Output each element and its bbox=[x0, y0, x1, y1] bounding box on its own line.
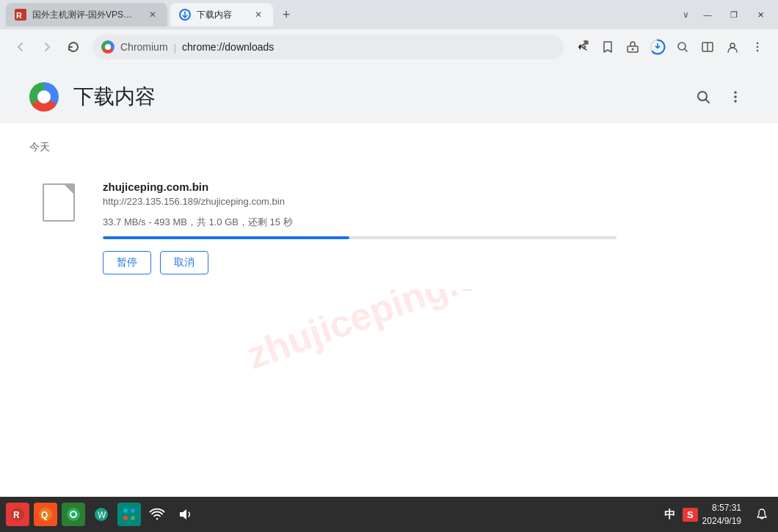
window-controls: — ❐ ✕ bbox=[696, 3, 772, 26]
download-status: 33.7 MB/s - 493 MB，共 1.0 GB，还剩 15 秒 bbox=[103, 216, 734, 229]
taskbar-icon-3[interactable] bbox=[62, 503, 85, 526]
new-tab-button[interactable]: + bbox=[276, 4, 297, 25]
taskbar-icon-1[interactable]: R bbox=[6, 503, 29, 526]
search-nav-button[interactable] bbox=[671, 35, 694, 59]
url-text: chrome://downloads bbox=[182, 41, 555, 53]
close-button[interactable]: ✕ bbox=[749, 3, 772, 26]
svg-point-25 bbox=[71, 512, 76, 517]
extension-button[interactable] bbox=[621, 35, 644, 59]
sogou-input-icon[interactable]: S bbox=[683, 508, 698, 522]
svg-point-13 bbox=[757, 46, 759, 48]
svg-text:R: R bbox=[16, 11, 22, 20]
restore-button[interactable]: ❐ bbox=[722, 3, 746, 26]
nav-toolbar bbox=[571, 35, 769, 59]
reload-button[interactable] bbox=[62, 35, 85, 59]
svg-point-30 bbox=[123, 516, 128, 520]
download-url: http://223.135.156.189/zhujiceping.com.b… bbox=[103, 196, 734, 207]
progress-bar-wrap bbox=[103, 236, 617, 239]
share-button[interactable] bbox=[571, 35, 595, 59]
svg-point-16 bbox=[734, 91, 737, 94]
tab-active-favicon bbox=[179, 9, 191, 21]
clock-time: 8:57:31 bbox=[712, 501, 741, 514]
svg-text:W: W bbox=[98, 510, 106, 520]
tab-active-label: 下载内容 bbox=[197, 9, 247, 21]
tab-inactive-favicon: R bbox=[15, 9, 26, 21]
downloads-logo bbox=[29, 82, 59, 112]
download-actions: 暂停 取消 bbox=[103, 251, 734, 274]
tab-active[interactable]: 下载内容 ✕ bbox=[170, 3, 273, 26]
system-tray: 中 S bbox=[660, 505, 698, 525]
cancel-button[interactable]: 取消 bbox=[160, 251, 208, 274]
tab-active-close[interactable]: ✕ bbox=[252, 9, 264, 21]
title-bar: R 国外主机测评-国外VPS、国... ✕ 下载内容 ✕ + ∨ — ❐ ✕ bbox=[0, 0, 778, 29]
search-downloads-button[interactable] bbox=[690, 84, 716, 110]
download-card: zhujiceping.com.bin http://223.135.156.1… bbox=[29, 166, 749, 289]
tab-inactive-close[interactable]: ✕ bbox=[147, 9, 159, 21]
nav-bar: Chromium | chrome://downloads bbox=[0, 29, 778, 65]
download-filename: zhujiceping.com.bin bbox=[103, 181, 734, 193]
address-bar[interactable]: Chromium | chrome://downloads bbox=[92, 34, 564, 59]
tab-inactive[interactable]: R 国外主机测评-国外VPS、国... ✕ bbox=[6, 3, 167, 26]
download-details: zhujiceping.com.bin http://223.135.156.1… bbox=[103, 181, 734, 274]
profile-button[interactable] bbox=[721, 35, 744, 59]
bookmark-button[interactable] bbox=[596, 35, 619, 59]
input-method-indicator[interactable]: 中 bbox=[660, 505, 680, 525]
taskbar-icon-volume[interactable] bbox=[173, 503, 197, 526]
svg-point-11 bbox=[730, 43, 735, 48]
downloads-header: 下载内容 bbox=[0, 65, 778, 123]
taskbar-icon-6[interactable] bbox=[145, 503, 169, 526]
svg-point-12 bbox=[757, 43, 759, 45]
split-view-button[interactable] bbox=[696, 35, 719, 59]
pause-button[interactable]: 暂停 bbox=[103, 251, 151, 274]
file-icon bbox=[43, 183, 75, 222]
taskbar: R Q W 中 S 8:57:3 bbox=[0, 497, 778, 532]
svg-point-17 bbox=[734, 95, 737, 98]
page-title: 下载内容 bbox=[73, 83, 675, 111]
tab-inactive-label: 国外主机测评-国外VPS、国... bbox=[32, 9, 141, 21]
section-today-label: 今天 bbox=[29, 141, 749, 154]
taskbar-icon-5[interactable] bbox=[117, 503, 141, 526]
downloads-body: zhujiceping.com 今天 zhujiceping.com.bin h… bbox=[0, 123, 778, 497]
svg-point-15 bbox=[698, 92, 707, 101]
back-button[interactable] bbox=[9, 35, 32, 59]
site-icon bbox=[101, 40, 114, 54]
svg-point-5 bbox=[632, 48, 634, 51]
file-icon-wrap bbox=[29, 181, 88, 222]
clock-date: 2024/9/19 bbox=[702, 514, 741, 528]
svg-point-18 bbox=[734, 100, 737, 103]
svg-point-14 bbox=[757, 50, 759, 52]
browser-name-label: Chromium bbox=[120, 41, 168, 53]
svg-text:R: R bbox=[13, 510, 20, 520]
taskbar-clock[interactable]: 8:57:31 2024/9/19 bbox=[702, 501, 741, 528]
notification-button[interactable] bbox=[752, 504, 772, 525]
minimize-button[interactable]: — bbox=[696, 3, 719, 26]
taskbar-icon-2[interactable]: Q bbox=[34, 503, 57, 526]
maximize-indicator: ∨ bbox=[678, 7, 693, 22]
progress-bar-fill bbox=[103, 236, 349, 239]
forward-button[interactable] bbox=[35, 35, 59, 59]
svg-point-31 bbox=[131, 516, 135, 520]
svg-point-29 bbox=[131, 509, 135, 513]
taskbar-icon-4[interactable]: W bbox=[90, 503, 113, 526]
svg-text:Q: Q bbox=[41, 510, 48, 520]
page-content: 下载内容 zhujiceping.com 今天 zhujiceping.com.… bbox=[0, 65, 778, 497]
more-options-button[interactable] bbox=[722, 84, 749, 110]
svg-point-28 bbox=[123, 509, 128, 513]
download-progress-button[interactable] bbox=[646, 35, 669, 59]
header-actions bbox=[690, 84, 749, 110]
menu-button[interactable] bbox=[746, 35, 769, 59]
